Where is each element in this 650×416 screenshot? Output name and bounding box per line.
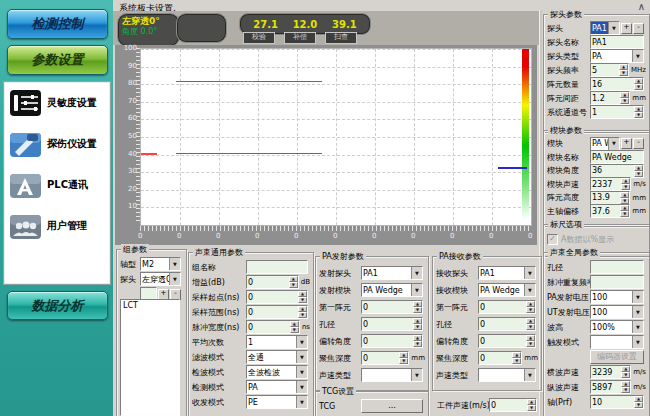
tx-first-element-input[interactable]: 0▲▼ (361, 300, 423, 314)
probe-frequency-input[interactable]: 5▲▼ (590, 63, 629, 77)
rx-focus-depth-input[interactable]: 0▲▼ (478, 351, 522, 365)
dropdown-button[interactable]: ▼ (296, 351, 307, 363)
detect-mode-combo[interactable]: PA▼ (246, 380, 308, 394)
detect-control-button[interactable]: 检测控制 (7, 9, 108, 39)
spinner[interactable]: ▲▼ (620, 205, 629, 217)
prf-edit[interactable] (590, 275, 644, 289)
sidebar-item-user-management[interactable]: 用户管理 (4, 205, 110, 246)
spinner[interactable]: ▲▼ (526, 335, 535, 347)
spinner[interactable]: ▲▼ (634, 396, 643, 408)
a-scan-display[interactable]: 10203040506070809010000000000000 (115, 45, 537, 245)
spinner[interactable]: ▲▼ (290, 321, 299, 333)
axis-type-combo[interactable]: M2▼ (140, 257, 181, 271)
rx-wedge-combo[interactable]: PA Wedge▼ (478, 283, 536, 297)
tx-focus-depth-input[interactable]: 0▲▼ (361, 351, 409, 365)
sample-range-input[interactable]: 0▲▼ (246, 305, 308, 319)
remove-button[interactable]: - (633, 23, 644, 34)
dropdown-button[interactable]: ▼ (524, 284, 535, 296)
tx-wedge-combo[interactable]: PA Wedge▼ (361, 283, 423, 297)
sidebar-item-plc-comm[interactable]: PLC通讯 (4, 164, 110, 205)
spinner[interactable]: ▲▼ (619, 64, 628, 76)
spinner[interactable]: ▲▼ (413, 318, 422, 330)
tx-aperture-input[interactable]: 0▲▼ (361, 317, 423, 331)
dropdown-button[interactable]: ▼ (411, 267, 422, 279)
rx-first-element-input[interactable]: 0▲▼ (478, 300, 536, 314)
dropdown-button[interactable]: ▼ (169, 258, 180, 270)
spinner[interactable]: ▲▼ (634, 165, 643, 177)
spinner[interactable]: ▲▼ (413, 335, 422, 347)
dropdown-button[interactable]: ▼ (524, 369, 535, 381)
data-analysis-button[interactable]: 数据分析 (7, 291, 108, 320)
rx-aperture-input[interactable]: 0▲▼ (478, 317, 536, 331)
dropdown-button[interactable]: ▼ (411, 284, 422, 296)
dropdown-button[interactable]: ▼ (632, 50, 643, 62)
probe-select-combo[interactable]: PA1▼ (590, 21, 620, 35)
remove-button[interactable]: - (633, 138, 644, 149)
group-probe-combo[interactable]: 左穿透0°▼ (140, 272, 181, 286)
average-count-combo[interactable]: 1▼ (246, 335, 308, 349)
probe-type-combo[interactable]: PA▼ (590, 49, 644, 63)
gain-input[interactable]: 0▲▼ (246, 275, 299, 289)
remove-button[interactable]: - (170, 289, 181, 300)
wave-height-combo[interactable]: 100%▼ (590, 320, 644, 334)
spinner[interactable]: ▲▼ (413, 301, 422, 313)
spinner[interactable]: ▲▼ (634, 78, 643, 90)
add-button[interactable]: + (621, 23, 632, 34)
tx-probe-combo[interactable]: PA1▼ (361, 266, 423, 280)
dropdown-button[interactable]: ▼ (632, 336, 643, 348)
probe-name-edit[interactable]: PA1 (590, 35, 644, 49)
dropdown-button[interactable]: ▼ (524, 267, 535, 279)
group-listbox[interactable]: LCT (120, 299, 180, 416)
list-item[interactable]: LCT (121, 300, 179, 311)
longitudinal-velocity-input[interactable]: 5897▲▼ (590, 380, 631, 394)
tx-steer-angle-input[interactable]: 0▲▼ (361, 334, 423, 348)
dropdown-button[interactable]: ▼ (608, 138, 619, 150)
spinner[interactable]: ▲▼ (298, 291, 307, 303)
dropdown-button[interactable]: ▼ (608, 22, 619, 34)
axis-prf-input[interactable]: 10▲▼ (590, 395, 644, 409)
global-aperture-edit[interactable] (590, 260, 644, 274)
dropdown-button[interactable]: ▼ (296, 396, 307, 408)
compensate-button[interactable]: 补偿 (284, 32, 316, 44)
plot-area[interactable] (140, 48, 532, 226)
spinner[interactable]: ▲▼ (298, 306, 307, 318)
sidebar-item-flaw-detector[interactable]: 探伤仪设置 (4, 123, 110, 164)
element-count-input[interactable]: 16▲▼ (590, 77, 644, 91)
spinner[interactable]: ▲▼ (621, 381, 630, 393)
dropdown-button[interactable]: ▼ (296, 336, 307, 348)
trigger-mode-combo[interactable]: ▼ (590, 335, 644, 349)
tx-velocity-type-combo[interactable]: ▼ (361, 368, 423, 382)
spinner[interactable]: ▲▼ (634, 106, 643, 118)
shear-velocity-input[interactable]: 3239▲▼ (590, 365, 631, 379)
dropdown-button[interactable]: ▼ (632, 306, 643, 318)
axis-offset-input[interactable]: 37.6▲▼ (590, 204, 630, 218)
add-button[interactable]: + (621, 138, 632, 149)
rx-velocity-type-combo[interactable]: ▼ (478, 368, 536, 382)
spinner[interactable]: ▲▼ (512, 352, 521, 364)
wedge-angle-input[interactable]: 36▲▼ (590, 164, 644, 178)
spinner[interactable]: ▲▼ (526, 318, 535, 330)
sample-start-input[interactable]: 0▲▼ (246, 290, 308, 304)
dropdown-button[interactable]: ▼ (632, 321, 643, 333)
parameter-settings-button[interactable]: 参数设置 (7, 45, 108, 75)
tcg-edit-button[interactable]: ... (361, 399, 423, 413)
spinner[interactable]: ▲▼ (620, 92, 629, 104)
percent-display-checkbox[interactable]: ✓ (547, 234, 558, 245)
calibrate-button[interactable]: 校验 (243, 32, 275, 44)
pulse-width-input[interactable]: 0▲▼ (246, 320, 300, 334)
rx-steer-angle-input[interactable]: 0▲▼ (478, 334, 536, 348)
group-title-edit[interactable] (246, 260, 308, 274)
wedge-name-edit[interactable]: PA Wedge (590, 150, 644, 164)
sidebar-item-sensitivity[interactable]: 灵敏度设置 (4, 82, 110, 123)
rectify-mode-combo[interactable]: 全波检波▼ (246, 365, 308, 379)
dropdown-button[interactable]: ▼ (169, 273, 180, 285)
active-group-display[interactable]: 左穿透0° 角度 0.0° (117, 13, 180, 47)
spinner[interactable]: ▲▼ (526, 301, 535, 313)
dropdown-button[interactable]: ▼ (296, 366, 307, 378)
element-pitch-input[interactable]: 1.2▲▼ (590, 91, 630, 105)
spinner[interactable]: ▲▼ (621, 178, 630, 190)
system-channel-input[interactable]: 1▲▼ (590, 105, 644, 119)
workpiece-velocity-input[interactable]: 0▲▼ (489, 398, 537, 412)
scan-button[interactable]: 扫查 (325, 32, 357, 44)
secondary-display[interactable] (176, 13, 227, 43)
